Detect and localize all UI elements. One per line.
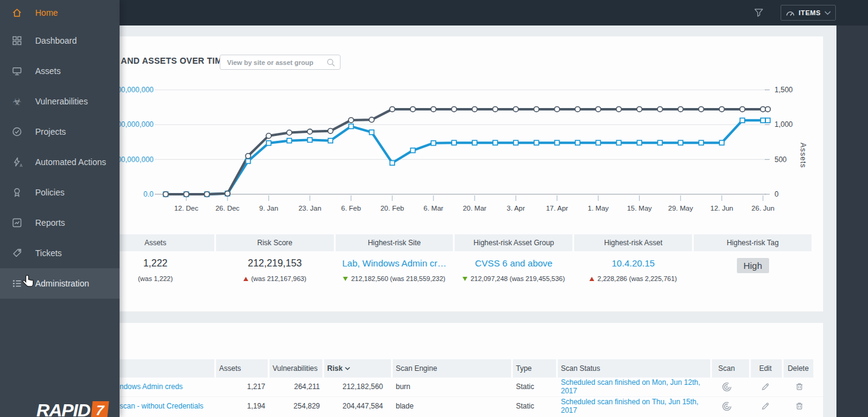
items-dropdown-button[interactable]: ITEMS [781, 5, 836, 21]
stat-label: Risk Score [216, 234, 334, 251]
svg-text:12. Jun: 12. Jun [710, 205, 733, 212]
svg-text:12. Dec: 12. Dec [174, 205, 198, 212]
list-icon [12, 278, 22, 289]
app-window: ITEMS AND ASSETS OVER TIME 0.0100,000,00… [0, 0, 868, 417]
delete-icon[interactable] [783, 377, 816, 396]
sidebar-item-label: Administration [35, 279, 89, 288]
svg-text:0: 0 [775, 190, 779, 198]
column-header-edit: Edit [750, 359, 781, 378]
column-header-delete: Delete [783, 359, 813, 378]
sidebar-item-label: Dashboard [35, 36, 77, 46]
sidebar-item-home[interactable]: Home [0, 0, 120, 25]
svg-text:6. Mar: 6. Mar [424, 205, 444, 212]
svg-text:A: A [19, 163, 22, 168]
svg-text:17. Apr: 17. Apr [546, 205, 568, 212]
svg-text:500: 500 [775, 155, 787, 164]
site-assets: 1,194 [215, 396, 265, 416]
sidebar-item-reports[interactable]: Reports [0, 208, 120, 238]
sidebar-item-label: Vulnerabilities [35, 97, 88, 106]
column-header-risk-sorted[interactable]: Risk [327, 359, 350, 378]
sidebar-item-policies[interactable]: Policies [0, 177, 120, 208]
check-circle-icon [12, 126, 22, 137]
sidebar-item-label: Reports [35, 218, 65, 228]
svg-text:20. Feb: 20. Feb [381, 205, 404, 212]
edit-icon[interactable] [750, 377, 781, 396]
site-risk: 204,447,584 [324, 396, 383, 416]
highest-risk-site-link[interactable]: Lab, Windows Admin cr… [336, 258, 453, 271]
report-chart-icon [12, 217, 22, 228]
sidebar-item-projects[interactable]: Projects [0, 117, 120, 147]
svg-text:☣: ☣ [13, 97, 21, 107]
site-scan-engine: blade [396, 396, 505, 416]
sidebar-item-vulnerabilities[interactable]: ☣ Vulnerabilities [0, 86, 120, 117]
stat-label: Highest-risk Asset Group [455, 234, 572, 251]
site-type: Static [516, 396, 552, 416]
items-button-label: ITEMS [799, 9, 821, 16]
svg-text:29. May: 29. May [668, 205, 693, 212]
risk-score-line [166, 120, 768, 194]
sidebar-item-administration[interactable]: Administration [0, 268, 120, 299]
stat-label: Highest-risk Site [336, 234, 453, 251]
sidebar-item-label: Projects [35, 127, 66, 137]
stat-delta-text: (was 1,222) [138, 275, 172, 282]
ribbon-icon [12, 187, 22, 198]
lightning-icon: A [12, 157, 22, 168]
stat-delta-text: 212,182,560 (was 218,559,232) [351, 275, 445, 282]
assets-line [166, 109, 768, 194]
sidebar-item-dashboard[interactable]: Dashboard [0, 25, 120, 56]
sidebar-item-assets[interactable]: Assets [0, 56, 120, 86]
delete-icon[interactable] [783, 396, 816, 416]
scan-status-link[interactable]: Scheduled scan finished on Thu, Jun 15th… [561, 396, 710, 416]
table-row: ndows Admin creds 1,217 264,211 212,182,… [8, 377, 823, 397]
biohazard-icon: ☣ [12, 96, 22, 107]
svg-text:9. Jan: 9. Jan [259, 205, 278, 212]
sidebar-item-automated-actions[interactable]: A Automated Actions [0, 147, 120, 177]
stat-label: Highest-risk Tag [694, 234, 812, 251]
stat-delta-text: (was 212,167,963) [251, 275, 307, 282]
svg-text:Assets: Assets [799, 143, 807, 168]
site-vulnerabilities: 264,211 [269, 377, 320, 396]
svg-text:3. Apr: 3. Apr [507, 205, 525, 212]
stat-delta-text: 2,228,286 (was 2,225,761) [597, 275, 677, 282]
edit-icon[interactable] [750, 396, 781, 416]
home-icon [12, 7, 22, 18]
risk-assets-over-time-card: AND ASSETS OVER TIME 0.0100,000,000200,0… [8, 36, 823, 311]
scan-status-link[interactable]: Scheduled scan finished on Mon, Jun 12th… [561, 377, 710, 396]
site-scan-engine: burn [396, 377, 505, 396]
stat-highest-risk-site: Highest-risk Site Lab, Windows Admin cr…… [336, 234, 453, 282]
column-header-assets[interactable]: Assets [219, 359, 241, 378]
stat-highest-risk-asset: Highest-risk Asset 10.4.20.15 2,228,286 … [574, 234, 692, 282]
column-header-scan-status[interactable]: Scan Status [561, 359, 600, 378]
site-risk: 212,182,560 [324, 377, 383, 396]
site-name-link[interactable]: scan - without Credentials [120, 396, 229, 416]
sidebar-item-label: Home [35, 8, 58, 18]
site-name-link[interactable]: ndows Admin creds [120, 377, 217, 396]
trend-down-icon [343, 277, 348, 281]
sites-table-card: Assets Vulnerabilities Risk Scan Engine … [8, 323, 823, 417]
hand-cursor [22, 274, 36, 289]
dashboard-icon [12, 35, 22, 46]
scan-now-icon[interactable] [711, 377, 742, 396]
svg-text:1,500: 1,500 [775, 86, 793, 94]
svg-text:0.0: 0.0 [143, 190, 154, 198]
column-header-vulnerabilities[interactable]: Vulnerabilities [273, 359, 317, 378]
chevron-down-icon [824, 11, 831, 15]
logo-text: RAPID [36, 400, 90, 417]
site-assets: 1,217 [215, 377, 265, 396]
trend-down-icon [463, 277, 467, 281]
sidebar-nav: Home Dashboard Assets ☣ Vulnerabilities … [0, 0, 120, 417]
highest-risk-asset-group-link[interactable]: CVSS 6 and above [455, 258, 572, 271]
summary-stats-strip: Assets 1,222 (was 1,222) Risk Score 212,… [97, 234, 812, 282]
svg-text:23. Jan: 23. Jan [299, 205, 322, 212]
scan-now-icon[interactable] [711, 396, 742, 416]
highest-risk-asset-link[interactable]: 10.4.20.15 [574, 258, 692, 271]
svg-text:20. Mar: 20. Mar [463, 205, 486, 212]
tag-badge-high: High [737, 258, 769, 273]
sidebar-item-tickets[interactable]: Tickets [0, 238, 120, 268]
stat-risk-score: Risk Score 212,219,153 (was 212,167,963) [216, 234, 334, 282]
top-bar: ITEMS [0, 0, 868, 25]
tag-icon [12, 248, 22, 259]
column-header-scan-engine[interactable]: Scan Engine [396, 359, 437, 378]
column-header-type[interactable]: Type [516, 359, 532, 378]
filter-icon[interactable] [754, 8, 764, 18]
